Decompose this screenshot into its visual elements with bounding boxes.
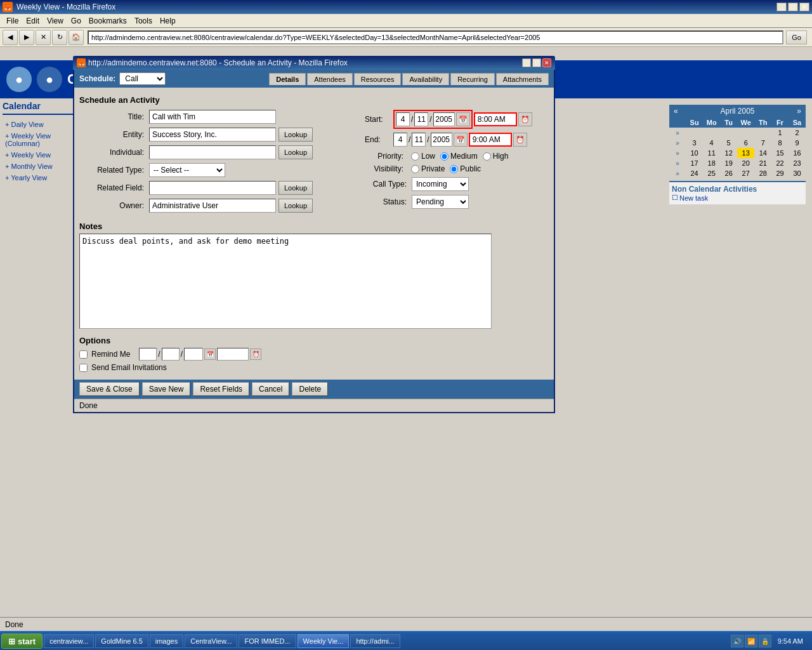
- home-button[interactable]: 🏠: [69, 30, 84, 45]
- reminder-cal-icon[interactable]: 📅: [204, 348, 216, 360]
- priority-high-radio[interactable]: [483, 152, 491, 161]
- end-time-icon[interactable]: ⏰: [513, 133, 527, 147]
- taskbar-weekly[interactable]: Weekly Vie...: [298, 634, 350, 648]
- start-time-input[interactable]: [474, 112, 517, 126]
- menu-help[interactable]: Help: [156, 15, 180, 27]
- priority-low-radio[interactable]: [411, 152, 419, 161]
- sidebar-yearly-view[interactable]: + Yearly View: [3, 172, 80, 183]
- minimize-button[interactable]: _: [776, 3, 787, 11]
- related-field-input[interactable]: [149, 181, 276, 195]
- delete-button[interactable]: Delete: [292, 382, 328, 396]
- calendar-prev[interactable]: «: [671, 107, 681, 116]
- visibility-public-radio[interactable]: [450, 165, 458, 173]
- menu-tools[interactable]: Tools: [131, 15, 156, 27]
- reminder-time-input[interactable]: [217, 348, 249, 361]
- schedule-select[interactable]: Call Meeting Task: [119, 72, 166, 85]
- reminder-month-input[interactable]: [139, 348, 157, 361]
- start-time-icon[interactable]: ⏰: [518, 112, 532, 126]
- end-month-input[interactable]: [393, 133, 407, 147]
- end-year-input[interactable]: [431, 133, 452, 147]
- end-day-input[interactable]: [412, 133, 426, 147]
- priority-low-option[interactable]: Low: [411, 152, 435, 161]
- visibility-public-option[interactable]: Public: [450, 164, 481, 173]
- menu-edit[interactable]: Edit: [22, 15, 43, 27]
- calendar-next[interactable]: »: [794, 107, 804, 116]
- sidebar-monthly-view[interactable]: + Monthly View: [3, 161, 80, 172]
- send-email-checkbox[interactable]: [79, 364, 88, 372]
- tab-attendees[interactable]: Attendees: [307, 73, 353, 85]
- related-field-lookup-btn[interactable]: Lookup: [278, 181, 313, 195]
- save-close-button[interactable]: Save & Close: [79, 382, 140, 396]
- status-select[interactable]: Pending Completed Cancelled: [412, 195, 469, 209]
- calltype-select[interactable]: Incoming Outgoing: [412, 177, 469, 191]
- start-year-input[interactable]: [433, 112, 455, 126]
- reminder-clock-icon[interactable]: ⏰: [250, 348, 261, 360]
- reminder-year-input[interactable]: [184, 348, 203, 361]
- taskbar-icon-1[interactable]: 🔊: [731, 635, 743, 647]
- start-month-input[interactable]: [396, 112, 410, 126]
- priority-medium-radio[interactable]: [440, 152, 449, 161]
- start-button[interactable]: ⊞ start: [1, 633, 43, 649]
- week-num[interactable]: »: [669, 128, 686, 138]
- end-calendar-icon[interactable]: 📅: [454, 133, 468, 147]
- notes-textarea[interactable]: Discuss deal points, and ask for demo me…: [79, 234, 492, 329]
- menu-bookmarks[interactable]: Bookmarks: [85, 15, 131, 27]
- entity-lookup-btn[interactable]: Lookup: [278, 128, 313, 142]
- menu-view[interactable]: View: [43, 15, 67, 27]
- priority-medium-option[interactable]: Medium: [440, 152, 478, 161]
- taskbar-goldmine[interactable]: GoldMine 6.5: [95, 634, 148, 648]
- visibility-private-option[interactable]: Private: [411, 164, 445, 173]
- priority-high-option[interactable]: High: [483, 152, 509, 161]
- sidebar-weekly-columnar[interactable]: + Weekly View (Columnar): [3, 130, 80, 149]
- sidebar-weekly-view[interactable]: + Weekly View: [3, 149, 80, 161]
- taskbar-centraview[interactable]: centraview...: [44, 634, 94, 648]
- week-num[interactable]: »: [669, 168, 686, 178]
- popup-minimize-btn[interactable]: _: [522, 58, 531, 67]
- tab-details[interactable]: Details: [269, 73, 306, 85]
- week-num[interactable]: »: [669, 158, 686, 168]
- title-input[interactable]: [149, 110, 276, 124]
- tab-attachments[interactable]: Attachments: [496, 73, 549, 85]
- refresh-button[interactable]: ↻: [52, 30, 67, 45]
- owner-input[interactable]: [149, 199, 276, 213]
- reset-fields-button[interactable]: Reset Fields: [193, 382, 249, 396]
- close-button[interactable]: ✕: [799, 3, 809, 11]
- start-calendar-icon[interactable]: 📅: [456, 112, 470, 126]
- taskbar-http[interactable]: http://admi...: [350, 634, 400, 648]
- sidebar-daily-view[interactable]: + Daily View: [3, 119, 80, 130]
- address-input[interactable]: [88, 30, 783, 44]
- week-num[interactable]: »: [669, 138, 686, 148]
- taskbar-immed[interactable]: FOR IMMED...: [239, 634, 296, 648]
- menu-go[interactable]: Go: [67, 15, 85, 27]
- taskbar-icon-3[interactable]: 🔒: [759, 635, 771, 647]
- go-button[interactable]: Go: [786, 30, 807, 44]
- back-button[interactable]: ◀: [3, 30, 18, 45]
- popup-maximize-btn[interactable]: □: [532, 58, 541, 67]
- save-new-button[interactable]: Save New: [142, 382, 191, 396]
- visibility-private-radio[interactable]: [411, 165, 419, 173]
- reminder-day-input[interactable]: [162, 348, 180, 361]
- stop-button[interactable]: ✕: [36, 30, 51, 45]
- week-num[interactable]: »: [669, 148, 686, 158]
- entity-input[interactable]: [149, 128, 276, 142]
- individual-lookup-btn[interactable]: Lookup: [278, 145, 313, 159]
- popup-close-btn[interactable]: ✕: [542, 58, 551, 67]
- taskbar-images[interactable]: images: [150, 634, 183, 648]
- new-task-link[interactable]: ☐ New task: [672, 194, 803, 202]
- remind-me-checkbox[interactable]: [79, 350, 88, 359]
- tab-resources[interactable]: Resources: [354, 73, 402, 85]
- owner-lookup-btn[interactable]: Lookup: [278, 199, 313, 213]
- individual-input[interactable]: [149, 145, 276, 159]
- tab-availability[interactable]: Availability: [402, 73, 449, 85]
- cancel-button[interactable]: Cancel: [252, 382, 289, 396]
- taskbar-centraview2[interactable]: CentraView...: [185, 634, 237, 648]
- menu-file[interactable]: File: [3, 15, 22, 27]
- start-day-input[interactable]: [414, 112, 428, 126]
- maximize-button[interactable]: □: [788, 3, 798, 11]
- tab-recurring[interactable]: Recurring: [450, 73, 495, 85]
- end-time-input[interactable]: [469, 133, 512, 147]
- new-task-label[interactable]: New task: [679, 194, 708, 202]
- forward-button[interactable]: ▶: [19, 30, 34, 45]
- related-type-select[interactable]: -- Select --: [149, 163, 225, 177]
- taskbar-icon-2[interactable]: 📶: [745, 635, 757, 647]
